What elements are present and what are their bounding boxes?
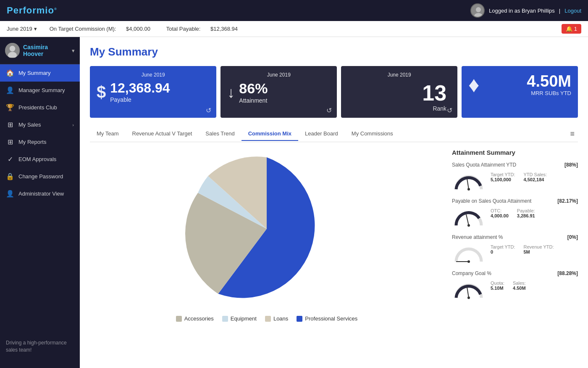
gauge-stats-4: Quota: 5.10M Sales: 4.50M — [491, 279, 526, 291]
pie-chart — [174, 149, 359, 309]
attainment-row-2: Payable on Sales Quota Attainment [82.17… — [452, 198, 578, 228]
tab-commission-mix[interactable]: Commission Mix — [242, 127, 298, 141]
tab-my-team[interactable]: My Team — [90, 127, 126, 141]
refresh-icon-rank[interactable]: ↺ — [447, 106, 452, 114]
tabs-menu-icon[interactable]: ≡ — [567, 126, 578, 142]
sidebar-item-eom-approvals[interactable]: ✓ EOM Approvals — [0, 151, 80, 168]
gauge-area-3: Target YTD: 0 Revenue YTD: 5M — [452, 243, 578, 264]
attainment-row-2-label: Payable on Sales Quota Attainment — [452, 198, 531, 204]
sidebar-user[interactable]: Casimira Hoover ▾ — [0, 37, 80, 64]
home-icon: 🏠 — [6, 69, 14, 77]
sidebar-item-change-password[interactable]: 🔒 Change Password — [0, 168, 80, 185]
logout-link[interactable]: Logout — [564, 8, 581, 14]
gauge-4 — [452, 279, 486, 300]
sub-nav-stats: On Target Commission (M): $4,000.00 Tota… — [50, 26, 246, 32]
rank-card: June 2019 13 Rank ↺ — [341, 66, 457, 118]
payable-card-main: $ 12,368.94 Payable — [97, 81, 210, 103]
gauge-3 — [452, 243, 486, 264]
legend-item-loans: Loans — [265, 315, 288, 322]
payable-value: $12,368.94 — [210, 26, 238, 32]
sidebar-item-label: EOM Approvals — [18, 156, 56, 162]
tab-sales-trend[interactable]: Sales Trend — [199, 127, 241, 141]
legend-item-accessories: Accessories — [176, 315, 214, 322]
mrr-value: 4.50M — [480, 73, 571, 90]
notification-button[interactable]: 🔔 1 — [562, 24, 581, 34]
admin-icon: 👤 — [6, 190, 14, 198]
attainment-panel: Attainment Summary Sales Quota Attainmen… — [452, 149, 578, 322]
svg-point-1 — [476, 7, 481, 12]
attainment-row-1-pct: [88%] — [564, 162, 578, 168]
sidebar-item-my-reports[interactable]: ⊞ My Reports — [0, 133, 80, 151]
sidebar-item-my-summary[interactable]: 🏠 My Summary — [0, 64, 80, 82]
attainment-row-4: Company Goal % [88.28%] — [452, 270, 578, 300]
sidebar-chevron-icon: ▾ — [72, 48, 75, 54]
mrr-card: ♦ 4.50M MRR SUBs YTD — [462, 66, 578, 118]
rank-value: 13 — [348, 81, 446, 105]
sidebar-item-presidents-club[interactable]: 🏆 Presidents Club — [0, 99, 80, 116]
attainment-row-4-label: Company Goal % — [452, 270, 491, 276]
attainment-row-2-pct: [82.17%] — [557, 198, 578, 204]
otc-value: $4,000.00 — [126, 26, 150, 32]
chevron-right-icon: › — [72, 122, 74, 127]
grid-icon: ⊞ — [6, 121, 14, 129]
tabs-row: My Team Revenue Actual V Target Sales Tr… — [90, 126, 578, 142]
sidebar-item-label: My Sales — [18, 122, 41, 128]
refresh-icon-attainment[interactable]: ↺ — [326, 106, 332, 114]
sub-nav: June 2019 ▾ On Target Commission (M): $4… — [0, 21, 588, 37]
otc-label: On Target Commission (M): — [50, 26, 116, 32]
gauge-stats-1: Target YTD: 5,100,000 YTD Sales: 4,502,1… — [491, 170, 547, 182]
legend-dot-professional — [297, 316, 302, 322]
mrr-values: 4.50M MRR SUBs YTD — [480, 73, 571, 97]
attainment-card-period: June 2019 — [227, 72, 330, 78]
rank-label: Rank — [348, 105, 446, 112]
sidebar-item-label: My Reports — [18, 139, 46, 145]
sidebar: Casimira Hoover ▾ 🏠 My Summary 👤 Manager… — [0, 37, 80, 368]
app-logo: Performio® — [7, 5, 57, 16]
main-content: My Summary June 2019 $ 12,368.94 Payable… — [80, 37, 588, 368]
mrr-main: ♦ 4.50M MRR SUBs YTD — [468, 72, 571, 97]
sidebar-item-manager-summary[interactable]: 👤 Manager Summary — [0, 82, 80, 99]
legend-label-professional: Professional Services — [305, 315, 357, 322]
sidebar-item-label: Administrator View — [18, 191, 64, 197]
gauge-stats-2: OTC: 4,000.00 Payable: 3,286.91 — [491, 207, 535, 218]
sidebar-item-my-sales[interactable]: ⊞ My Sales › — [0, 116, 80, 133]
chart-area: Accessories Equipment Loans Profess — [90, 149, 444, 322]
refresh-icon[interactable]: ↺ — [206, 106, 211, 114]
user-info: Logged in as Bryan Phillips | Logout — [470, 3, 581, 18]
top-nav: Performio® Logged in as Bryan Phillips |… — [0, 0, 588, 21]
payable-card: June 2019 $ 12,368.94 Payable ↺ — [90, 66, 216, 118]
tab-revenue-actual-v-target[interactable]: Revenue Actual V Target — [126, 127, 199, 141]
tab-leader-board[interactable]: Leader Board — [298, 127, 345, 141]
tab-my-commissions[interactable]: My Commissions — [345, 127, 400, 141]
check-icon: ✓ — [6, 155, 14, 163]
notification-count: 1 — [574, 26, 577, 32]
page-title: My Summary — [90, 45, 578, 58]
sidebar-item-administrator-view[interactable]: 👤 Administrator View — [0, 185, 80, 202]
notification-icon: 🔔 — [566, 26, 572, 32]
diamond-icon: ♦ — [468, 72, 480, 97]
attainment-row-4-header: Company Goal % [88.28%] — [452, 270, 578, 276]
dollar-icon: $ — [97, 83, 106, 102]
rank-main: 13 Rank — [348, 81, 451, 112]
svg-point-11 — [467, 260, 470, 263]
legend-dot-accessories — [176, 316, 182, 322]
divider: | — [559, 8, 560, 14]
gauge-1 — [452, 170, 486, 191]
main-layout: Casimira Hoover ▾ 🏠 My Summary 👤 Manager… — [0, 37, 588, 368]
sidebar-nav: 🏠 My Summary 👤 Manager Summary 🏆 Preside… — [0, 64, 80, 334]
attainment-value: 86% — [239, 81, 268, 95]
gauge-area-4: Quota: 5.10M Sales: 4.50M — [452, 279, 578, 300]
rank-card-period: June 2019 — [348, 72, 451, 78]
payable-value: 12,368.94 — [110, 81, 170, 95]
legend-label-equipment: Equipment — [231, 315, 257, 322]
sidebar-item-label: Change Password — [18, 173, 63, 180]
legend-item-equipment: Equipment — [222, 315, 257, 322]
gauge-stats-3: Target YTD: 0 Revenue YTD: 5M — [491, 243, 554, 254]
reports-icon: ⊞ — [6, 138, 14, 146]
attainment-row-3-label: Revenue attainment % — [452, 234, 503, 240]
attainment-row-1-label: Sales Quota Attainment YTD — [452, 162, 516, 168]
manager-icon: 👤 — [6, 86, 14, 94]
legend-label-accessories: Accessories — [184, 315, 214, 322]
chart-legend: Accessories Equipment Loans Profess — [176, 315, 358, 322]
period-selector[interactable]: June 2019 ▾ — [7, 26, 37, 32]
